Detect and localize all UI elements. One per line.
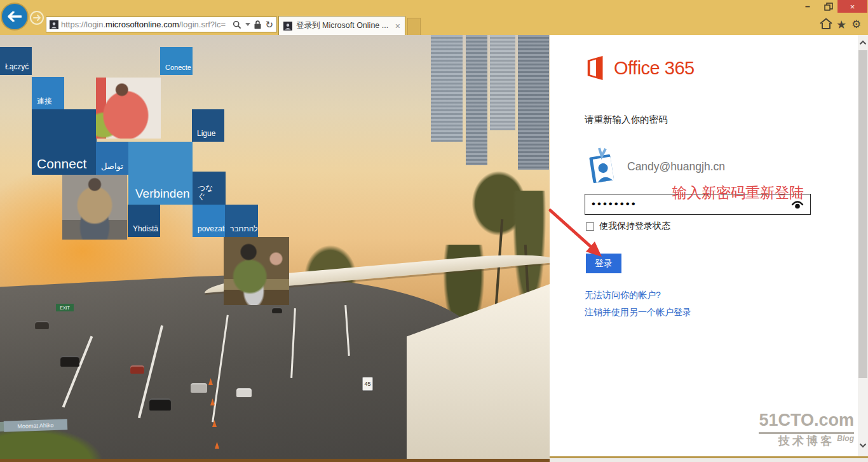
user-email: Candy@huangjh.cn <box>627 160 725 173</box>
minimize-button[interactable]: – <box>798 0 817 13</box>
favorites-star-icon[interactable]: ★ <box>836 18 846 32</box>
car-shape <box>149 398 171 411</box>
photo-tile-man <box>62 175 127 240</box>
speed-limit-sign: 45 <box>362 377 373 391</box>
scroll-up-icon[interactable] <box>858 37 868 48</box>
connect-tile-chinese: 連接 <box>32 77 64 109</box>
browser-window: https://login.microsoftonline.com/login.… <box>0 0 868 462</box>
watermark-caption: 技术博客 <box>778 434 834 449</box>
building-shape <box>431 35 463 142</box>
close-button[interactable]: × <box>837 0 867 13</box>
remember-me-label: 使我保持登录状态 <box>599 221 670 232</box>
photo-tile-couple <box>224 237 289 305</box>
signin-button[interactable]: 登录 <box>586 254 621 273</box>
office365-logo: Office 365 <box>585 56 695 80</box>
new-tab-button[interactable] <box>407 18 421 35</box>
car-shape <box>130 365 144 374</box>
settings-gear-icon[interactable]: ⚙ <box>851 18 861 31</box>
signout-switch-account-link[interactable]: 注销并使用另一个帐户登录 <box>585 307 691 318</box>
connect-tile-japanese: つなぐ <box>193 172 226 205</box>
address-bar[interactable]: https://login.microsoftonline.com/login.… <box>46 17 277 32</box>
street-sign-label: Moomat Ahiko <box>17 422 53 430</box>
home-icon[interactable] <box>820 18 832 32</box>
car-shape <box>272 307 282 313</box>
watermark-blog: Blog <box>837 434 854 443</box>
url-domain: microsoftonline.com <box>105 20 179 29</box>
bottom-frame-right <box>550 458 868 462</box>
forward-arrow-icon <box>33 15 41 21</box>
restore-icon <box>824 3 833 11</box>
password-mask: •••••••• <box>592 198 637 210</box>
browser-chrome: https://login.microsoftonline.com/login.… <box>0 0 868 35</box>
connect-tile-portuguese: Ligue <box>192 109 224 142</box>
building-shape <box>466 35 487 165</box>
user-badge-avatar <box>583 147 619 183</box>
browser-tab[interactable]: 登录到 Microsoft Online ... × <box>278 16 405 35</box>
building-shape <box>490 35 515 130</box>
office365-logo-text: Office 365 <box>614 58 695 79</box>
foreground-bush <box>0 428 102 459</box>
url-prefix: https://login. <box>61 20 105 29</box>
forward-button[interactable] <box>30 11 44 25</box>
car-shape <box>191 383 207 393</box>
remember-me-row: 使我保持登录状态 <box>586 221 670 232</box>
address-bar-icons: ↻ <box>233 20 273 29</box>
exit-sign: EXIT <box>56 304 74 311</box>
back-button[interactable] <box>2 4 27 29</box>
bottom-frame-left <box>0 459 550 462</box>
back-arrow-icon <box>8 11 22 22</box>
url-text: https://login.microsoftonline.com/login.… <box>61 20 230 29</box>
site-favicon <box>50 20 58 29</box>
scroll-down-icon[interactable] <box>858 440 868 451</box>
tab-favicon <box>283 22 292 31</box>
building-shape <box>518 35 549 170</box>
scrollbar-thumb[interactable] <box>858 50 867 378</box>
tab-close-icon[interactable]: × <box>395 22 400 31</box>
car-shape <box>60 356 79 367</box>
search-icon[interactable] <box>233 20 241 29</box>
connect-tile-hebrew: להתחבר <box>225 205 258 237</box>
connect-tile-finnish: Yhdistä <box>128 205 160 237</box>
connect-tile-croatian: povezati <box>193 205 225 237</box>
street-sign: planMoomat Ahiko <box>4 419 68 431</box>
connect-tile-english: Connect <box>32 109 97 175</box>
connect-tile-polish: Łączyć <box>0 47 32 75</box>
login-panel: Office 365 请重新输入你的密码 Candy@huangjh.cn 输入… <box>550 35 858 456</box>
car-shape <box>236 388 252 397</box>
51cto-watermark: 51CTO.com 技术博客 Blog <box>759 410 854 448</box>
url-path: /login.srf?lc= <box>179 20 226 29</box>
office365-logo-icon <box>585 56 609 80</box>
page-viewport: EXIT planMoomat Ahiko 45 Łączyć 連接 Conec… <box>0 35 868 462</box>
lock-icon <box>254 20 261 29</box>
watermark-site: 51CTO.com <box>759 410 854 434</box>
remember-me-checkbox[interactable] <box>586 222 594 231</box>
photo-montage: EXIT planMoomat Ahiko 45 Łączyć 連接 Conec… <box>0 35 550 459</box>
photo-tile-woman <box>96 78 161 139</box>
car-shape <box>35 321 49 329</box>
chevron-down-icon[interactable] <box>245 23 250 26</box>
annotation-text: 输入新密码重新登陆 <box>672 183 804 203</box>
page-title: 请重新输入你的密码 <box>585 114 668 126</box>
cant-access-account-link[interactable]: 无法访问你的帐户? <box>585 290 661 301</box>
connect-tile-spanish: Conecte <box>160 47 193 75</box>
page-scrollbar[interactable] <box>858 35 868 456</box>
connect-tile-arabic: تواصل <box>96 142 128 175</box>
tab-title: 登录到 Microsoft Online ... <box>296 20 391 31</box>
connect-tile-german: Verbinden <box>128 142 193 205</box>
refresh-icon[interactable]: ↻ <box>265 20 273 29</box>
restore-button[interactable] <box>819 0 838 13</box>
